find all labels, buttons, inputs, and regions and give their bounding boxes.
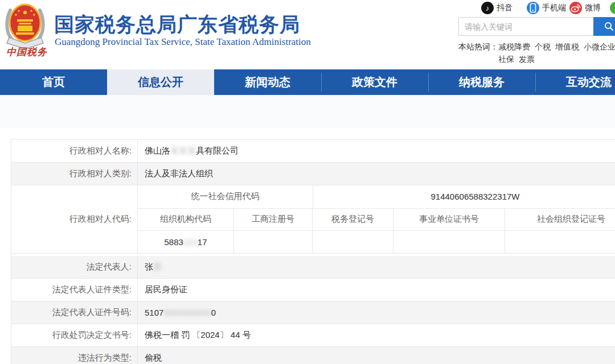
row-label: 行政相对人代码: [11,185,138,253]
logo-caption: 中国税务 [5,46,49,59]
uscc-value: 91440606588322317W [313,185,615,208]
table-row-id-number: 法定代表人证件号码: 510700000000000 [11,301,615,324]
nav-tab-tax-service[interactable]: 纳税服务 [428,69,535,95]
redacted-text: 某某某 [170,146,196,156]
table-row-codes: 行政相对人代码: 统一社会信用代码 91440606588322317W 组织机… [11,185,615,254]
row-value: 张某 [138,256,615,278]
uscc-header: 统一社会信用代码 [138,185,313,208]
penalty-detail-table: 行政相对人名称: 佛山洛某某某具有限公司 行政相对人类别: 法人及非法人组织 行… [11,139,615,364]
douyin-label: 抖音 [497,3,512,13]
page: 中国税务 国家税务总局广东省税务局 Guangdong Provincial T… [0,0,615,364]
table-row-category: 行政相对人类别: 法人及非法人组织 [11,163,615,185]
nav-tab-policy[interactable]: 政策文件 [321,69,428,95]
code-col-header: 组织机构代码 [138,209,234,231]
org-code-value: 588322317 [138,231,234,253]
row-value: 佛税一稽 罚 〔2024〕 44 号 [138,324,615,346]
code-col-header: 社会组织登记证号 [505,209,615,231]
table-row-doc-number: 行政处罚决定文书号: 佛税一稽 罚 〔2024〕 44 号 [11,324,615,347]
breadcrumb-strip: 首页 > 信息公开 > 信用信息双公示 > 行政处罚 [0,95,615,128]
nav-tab-info-disclosure[interactable]: 信息公开 [107,69,214,95]
row-label: 行政相对人名称: [11,140,138,162]
weibo-label: 微博 [585,3,601,13]
row-value: 510700000000000 [138,301,615,324]
row-label: 行政处罚决定文书号: [11,324,138,346]
hotword-link[interactable]: 小微企业 [584,40,615,53]
table-row-id-type: 法定代表人证件类型: 居民身份证 [11,279,615,301]
row-label: 违法行为类型: [11,347,138,364]
nav-tab-home[interactable]: 首页 [0,69,107,95]
hotword-link[interactable]: 减税降费 [498,40,530,53]
value-text: 0 [211,308,216,317]
hotword-link[interactable]: 社保 [498,53,514,65]
row-label: 法定代表人证件号码: [11,301,138,324]
row-value: 法人及非法人组织 [138,163,615,185]
redacted-text: 223 [183,237,198,247]
value-text: 具有限公司 [196,146,239,156]
douyin-link[interactable]: ♪ 抖音 [481,2,512,14]
code-col-header: 事业单位证书号 [393,209,505,231]
hotwords-label: 本站热词： [458,40,498,65]
value-text: 佛山洛 [145,146,170,156]
empty-cell [313,231,393,253]
value-text: 17 [198,237,207,247]
search-button[interactable]: 搜 [593,17,615,36]
search-input[interactable] [458,17,593,36]
nav-tab-news[interactable]: 新闻动态 [214,69,321,95]
mobile-label: 手机端 [542,3,566,13]
row-value: 佛山洛某某某具有限公司 [138,140,615,162]
weibo-icon [569,2,582,14]
empty-cell [234,231,313,253]
nav-tab-interaction[interactable]: 互动交流 [535,69,615,95]
row-label: 法定代表人证件类型: [11,279,138,301]
wechat-icon [610,2,615,14]
hotword-link[interactable]: 个税 [535,40,551,53]
empty-cell [393,231,505,253]
wechat-link[interactable] [610,2,615,14]
weibo-link[interactable]: 微博 [569,2,601,14]
table-row-violation-type: 违法行为类型: 偷税 [11,347,615,364]
mobile-app-link[interactable]: 手机端 [527,2,566,14]
value-text: 5107 [145,308,163,317]
hotword-link[interactable]: 增值税 [555,40,579,53]
search-icon [604,22,614,31]
main-nav: 首页 信息公开 新闻动态 政策文件 纳税服务 互动交流 [0,69,615,95]
code-col-header: 工商注册号 [234,209,313,231]
row-label: 行政相对人类别: [11,163,138,185]
value-text: 张 [145,262,153,272]
row-value: 居民身份证 [138,279,615,301]
value-text: 5883 [164,237,183,247]
code-col-header: 税务登记号 [313,209,393,231]
table-row-legal-rep: 法定代表人: 张某 [11,256,615,279]
hotword-link[interactable]: 发票 [519,53,535,65]
redacted-text: 0000000000 [163,308,211,317]
table-row-name: 行政相对人名称: 佛山洛某某某具有限公司 [11,140,615,163]
site-subtitle: Guangdong Provincial Tax Service, State … [55,36,311,48]
row-value: 偷税 [138,347,615,364]
douyin-icon: ♪ [481,2,494,14]
site-header: 中国税务 国家税务总局广东省税务局 Guangdong Provincial T… [0,0,615,69]
redacted-text: 某 [153,262,162,272]
tax-bureau-logo[interactable]: 中国税务 [3,2,49,60]
empty-cell [505,231,615,253]
site-title: 国家税务总局广东省税务局 [54,11,300,38]
mobile-phone-icon [527,2,539,14]
hotwords: 本站热词： 减税降费 个税 增值税 小微企业 社保 发票 [458,40,615,65]
row-label: 法定代表人: [11,256,138,278]
